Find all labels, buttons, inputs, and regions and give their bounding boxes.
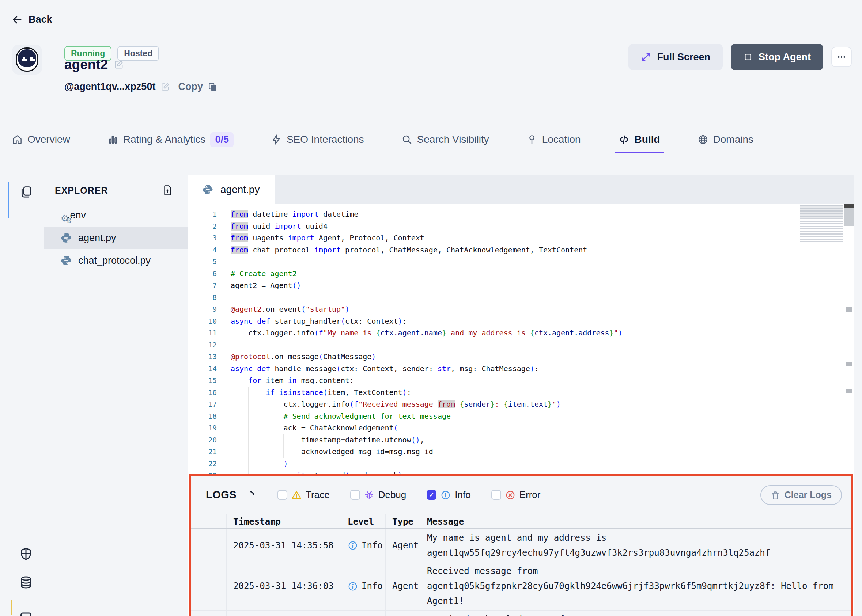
- scrollbar-thumb[interactable]: [844, 208, 854, 226]
- line-number: 19: [188, 424, 217, 432]
- python-icon: [202, 184, 213, 195]
- edit-address-icon[interactable]: [161, 82, 170, 92]
- back-arrow-icon: [12, 14, 23, 25]
- copy-icon[interactable]: [208, 82, 217, 92]
- loading-spinner-icon: [244, 489, 256, 501]
- copy-button[interactable]: Copy: [178, 81, 203, 93]
- code-line: 12: [188, 339, 854, 351]
- code-line: 9@agent2.on_event("startup"): [188, 303, 854, 315]
- tab-label: Overview: [27, 134, 70, 145]
- logs-table: TimestampLevelTypeMessage2025-03-31 14:3…: [191, 514, 851, 616]
- column-header-timestamp: Timestamp: [227, 514, 341, 528]
- more-options-button[interactable]: [831, 47, 852, 67]
- file-item-chat-protocol-py[interactable]: chat_protocol.py: [44, 249, 188, 272]
- editor-tab-label: agent.py: [221, 184, 260, 195]
- line-number: 13: [188, 353, 217, 361]
- rail-scroll-indicator: [11, 600, 12, 615]
- logs-header: LOGS TraceDebug✓InfoError Clear Logs: [191, 476, 851, 514]
- tab-seo-interactions[interactable]: SEO Interactions: [271, 126, 364, 153]
- code-line: 20timestamp=datetime.utcnow(),: [188, 434, 854, 446]
- fullscreen-button[interactable]: Full Screen: [629, 44, 723, 70]
- line-number: 14: [188, 365, 217, 372]
- code-line: 2from uuid import uuid4: [188, 220, 854, 233]
- scrollbar-mark: [846, 362, 852, 366]
- filter-error[interactable]: Error: [491, 489, 541, 501]
- shield-icon[interactable]: [8, 547, 44, 561]
- tab-search-visibility[interactable]: Search Visibility: [401, 126, 489, 153]
- filter-label: Debug: [378, 489, 407, 501]
- line-number: 11: [188, 329, 217, 337]
- tab-label: Rating & Analytics: [123, 134, 206, 145]
- filter-info[interactable]: ✓Info: [427, 489, 471, 501]
- file-item-env[interactable]: ⚙⚙.env: [44, 204, 188, 226]
- code-icon: [618, 134, 630, 145]
- tab-label: Location: [542, 134, 581, 145]
- infoc-icon: [348, 541, 358, 551]
- log-message: Received acknowledgement from: [421, 611, 851, 616]
- infoc-icon: [441, 490, 451, 500]
- stop-agent-button[interactable]: Stop Agent: [731, 44, 823, 70]
- database-icon[interactable]: [8, 576, 44, 589]
- line-number: 3: [188, 234, 217, 242]
- checkbox-debug[interactable]: [350, 490, 360, 500]
- activity-rail: [8, 175, 44, 616]
- tab-label: Build: [635, 134, 660, 145]
- code-line: 11ctx.logger.info(f"My name is {ctx.agen…: [188, 327, 854, 339]
- clear-logs-button[interactable]: Clear Logs: [760, 485, 842, 505]
- agent-avatar: [12, 45, 42, 74]
- logs-table-header: TimestampLevelTypeMessage: [191, 514, 851, 529]
- log-message: My name is agent and my address is agent…: [421, 529, 851, 562]
- line-number: 16: [188, 388, 217, 396]
- search-icon: [401, 134, 412, 145]
- tab-domains[interactable]: Domains: [698, 126, 753, 153]
- tab-location[interactable]: Location: [526, 126, 581, 153]
- filter-trace[interactable]: Trace: [277, 489, 330, 501]
- scrollbar-top[interactable]: [844, 204, 854, 207]
- scrollbar-mark: [846, 389, 852, 393]
- log-level: [341, 611, 386, 616]
- agent-address-row: @agent1qv...xpz50t Copy: [65, 81, 217, 93]
- code-line: 10async def startup_handler(ctx: Context…: [188, 315, 854, 327]
- filter-debug[interactable]: Debug: [350, 489, 407, 501]
- back-button[interactable]: Back: [12, 14, 52, 25]
- tab-label: Search Visibility: [417, 134, 489, 145]
- code-line: 17ctx.logger.info(f"Received message fro…: [188, 398, 854, 410]
- terminal-icon[interactable]: [8, 611, 44, 616]
- warn-icon: [292, 490, 302, 500]
- code-line: 16if isinstance(item, TextContent):: [188, 387, 854, 399]
- checkbox-info[interactable]: ✓: [427, 490, 437, 500]
- line-number: 1: [188, 210, 217, 218]
- editor-tab-agent-py[interactable]: agent.py: [188, 175, 275, 204]
- tab-bar: OverviewRating & Analytics0/5SEO Interac…: [0, 126, 862, 154]
- tab-build[interactable]: Build: [618, 126, 660, 153]
- new-file-icon[interactable]: [162, 185, 173, 196]
- minimap[interactable]: [800, 205, 843, 244]
- edit-name-icon[interactable]: [114, 60, 124, 70]
- expand-icon: [641, 52, 651, 62]
- line-number: 5: [188, 258, 217, 266]
- tab-rating-analytics[interactable]: Rating & Analytics0/5: [107, 126, 233, 153]
- code-line: 3from uagents import Agent, Protocol, Co…: [188, 232, 854, 244]
- log-type: Agent: [386, 562, 421, 610]
- file-item-agent-py[interactable]: agent.py: [44, 226, 188, 249]
- filter-label: Info: [455, 489, 471, 501]
- logs-panel: LOGS TraceDebug✓InfoError Clear Logs Tim…: [189, 474, 853, 616]
- back-label: Back: [28, 14, 52, 25]
- code-line: 19ack = ChatAcknowledgement(: [188, 422, 854, 434]
- line-number: 7: [188, 281, 217, 289]
- trash-icon: [771, 490, 780, 500]
- log-timestamp: 2025-03-31 14:35:58: [227, 529, 341, 562]
- checkbox-error[interactable]: [491, 490, 501, 500]
- column-header-message: Message: [421, 514, 851, 528]
- code-line: 22): [188, 458, 854, 470]
- log-type: [386, 611, 421, 616]
- log-row: Received acknowledgement from: [191, 611, 851, 616]
- line-number: 22: [188, 460, 217, 468]
- code-line: 8: [188, 292, 854, 303]
- column-header-level: Level: [341, 514, 386, 528]
- tab-overview[interactable]: Overview: [12, 126, 70, 153]
- log-level-filters: TraceDebug✓InfoError: [277, 489, 540, 501]
- log-timestamp: [227, 611, 341, 616]
- files-icon[interactable]: [8, 185, 44, 198]
- checkbox-trace[interactable]: [277, 490, 287, 500]
